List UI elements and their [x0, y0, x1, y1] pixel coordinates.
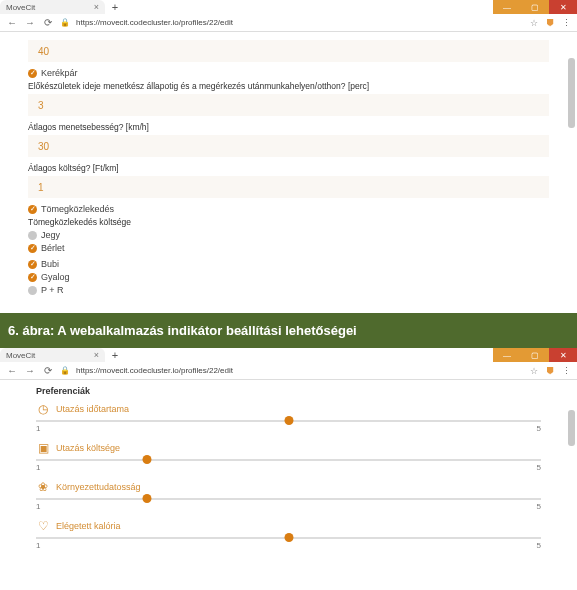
walk-label: Gyalog — [41, 272, 70, 282]
secure-lock-icon: 🔒 — [60, 366, 70, 375]
reload-icon[interactable]: ⟳ — [42, 365, 54, 377]
tab-strip: MoveCit × + — [0, 348, 121, 362]
pref-label: Utazás költsége — [56, 443, 120, 453]
field-value: 3 — [38, 100, 44, 111]
figure-caption: 6. ábra: A webalkalmazás indikátor beáll… — [0, 313, 577, 348]
url-text[interactable]: https://movecit.codecluster.io/profiles/… — [76, 366, 523, 375]
forward-icon[interactable]: → — [24, 17, 36, 29]
field-value: 1 — [38, 182, 44, 193]
clock-icon: ◷ — [36, 402, 50, 416]
minimize-button[interactable]: — — [493, 0, 521, 14]
maximize-button[interactable]: ▢ — [521, 0, 549, 14]
wallet-icon: ▣ — [36, 441, 50, 455]
titlebar-bottom: MoveCit × + — ▢ ✕ — [0, 348, 577, 362]
bubi-label: Bubi — [41, 259, 59, 269]
field-value: 40 — [38, 46, 49, 57]
extension-shield-icon[interactable]: ⛊ — [545, 18, 555, 28]
slider-min: 1 — [36, 502, 40, 511]
url-text[interactable]: https://movecit.codecluster.io/profiles/… — [76, 18, 523, 27]
slider-min: 1 — [36, 541, 40, 550]
window-controls: — ▢ ✕ — [493, 0, 577, 14]
tab-strip: MoveCit × + — [0, 0, 121, 14]
pr-check[interactable] — [28, 286, 37, 295]
preferences-title: Preferenciák — [36, 386, 541, 396]
bike-label: Kerékpár — [41, 68, 78, 78]
window-controls: — ▢ ✕ — [493, 348, 577, 362]
new-tab-button[interactable]: + — [109, 349, 121, 361]
scrollbar-thumb[interactable] — [568, 410, 575, 446]
slider-min: 1 — [36, 424, 40, 433]
prep-time-input[interactable]: 40 — [28, 40, 549, 62]
titlebar-top: MoveCit × + — ▢ ✕ — [0, 0, 577, 14]
address-bar: ← → ⟳ 🔒 https://movecit.codecluster.io/p… — [0, 362, 577, 380]
question-transit-cost: Tömegközlekedés költsége — [28, 217, 549, 227]
pref-label: Környezettudatosság — [56, 482, 141, 492]
tab-close-icon[interactable]: × — [94, 2, 99, 12]
browser-menu-icon[interactable]: ⋮ — [561, 366, 571, 376]
tab-title: MoveCit — [6, 351, 35, 360]
window-close-button[interactable]: ✕ — [549, 0, 577, 14]
window-close-button[interactable]: ✕ — [549, 348, 577, 362]
ticket-radio[interactable] — [28, 231, 37, 240]
tab-close-icon[interactable]: × — [94, 350, 99, 360]
secure-lock-icon: 🔒 — [60, 18, 70, 27]
pref-label: Utazás időtartama — [56, 404, 129, 414]
bubi-check[interactable] — [28, 260, 37, 269]
extension-shield-icon[interactable]: ⛊ — [545, 366, 555, 376]
action-bar: ← Vissza a főoldalra Mentés — [28, 578, 549, 590]
question-prep: Előkészületek ideje menetkész állapotig … — [28, 81, 549, 91]
field-value: 30 — [38, 141, 49, 152]
transit-label: Tömegközlekedés — [41, 204, 114, 214]
question-cost: Átlagos költség? [Ft/km] — [28, 163, 549, 173]
minimize-button[interactable]: — — [493, 348, 521, 362]
bookmark-icon[interactable]: ☆ — [529, 18, 539, 28]
back-icon[interactable]: ← — [6, 365, 18, 377]
leaf-icon: ❀ — [36, 480, 50, 494]
pass-radio[interactable] — [28, 244, 37, 253]
slider-thumb[interactable] — [143, 494, 152, 503]
preferences-card: Preferenciák ◷ Utazás időtartama 1 5 ▣ U… — [28, 386, 549, 566]
maximize-button[interactable]: ▢ — [521, 348, 549, 362]
slider-max: 5 — [537, 424, 541, 433]
cost-slider[interactable] — [36, 459, 541, 461]
tab-active[interactable]: MoveCit × — [0, 348, 105, 362]
pass-label: Bérlet — [41, 243, 65, 253]
transit-check[interactable] — [28, 205, 37, 214]
speed-input[interactable]: 30 — [28, 135, 549, 157]
pr-label: P + R — [41, 285, 64, 295]
walk-check[interactable] — [28, 273, 37, 282]
slider-max: 5 — [537, 463, 541, 472]
calorie-slider[interactable] — [36, 537, 541, 539]
browser-menu-icon[interactable]: ⋮ — [561, 18, 571, 28]
tab-title: MoveCit — [6, 3, 35, 12]
slider-max: 5 — [537, 502, 541, 511]
bookmark-icon[interactable]: ☆ — [529, 366, 539, 376]
slider-thumb[interactable] — [284, 533, 293, 542]
reload-icon[interactable]: ⟳ — [42, 17, 54, 29]
scrollbar-thumb[interactable] — [568, 58, 575, 128]
question-speed: Átlagos menetsebesség? [km/h] — [28, 122, 549, 132]
eco-slider[interactable] — [36, 498, 541, 500]
pref-label: Elégetett kalória — [56, 521, 121, 531]
duration-slider[interactable] — [36, 420, 541, 422]
heart-icon: ♡ — [36, 519, 50, 533]
bike-check[interactable] — [28, 69, 37, 78]
tab-active[interactable]: MoveCit × — [0, 0, 105, 14]
cost-input[interactable]: 1 — [28, 176, 549, 198]
slider-max: 5 — [537, 541, 541, 550]
bike-prep-input[interactable]: 3 — [28, 94, 549, 116]
slider-thumb[interactable] — [143, 455, 152, 464]
slider-min: 1 — [36, 463, 40, 472]
slider-thumb[interactable] — [284, 416, 293, 425]
back-icon[interactable]: ← — [6, 17, 18, 29]
forward-icon[interactable]: → — [24, 365, 36, 377]
new-tab-button[interactable]: + — [109, 1, 121, 13]
address-bar: ← → ⟳ 🔒 https://movecit.codecluster.io/p… — [0, 14, 577, 32]
form-section: 40 Kerékpár Előkészületek ideje menetkés… — [28, 40, 549, 295]
ticket-label: Jegy — [41, 230, 60, 240]
